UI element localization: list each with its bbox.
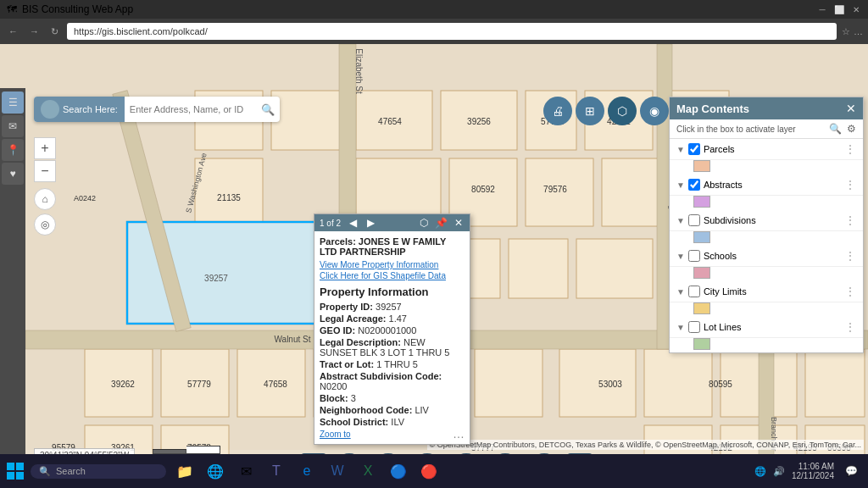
layer-swatch-0 <box>670 160 863 172</box>
layer-name: Parcels <box>704 144 841 154</box>
taskbar-app-browser[interactable]: 🌐 <box>202 458 229 485</box>
taskbar-app-teams[interactable]: T <box>263 458 290 485</box>
layer-checkbox[interactable] <box>688 250 700 262</box>
svg-rect-26 <box>559 349 636 417</box>
taskbar-app-mail[interactable]: ✉ <box>232 458 259 485</box>
close-button[interactable]: ✕ <box>851 4 861 14</box>
user-avatar <box>41 100 59 119</box>
time-display: 11:06 AM 12/11/2024 <box>792 462 834 480</box>
taskbar-app-word[interactable]: W <box>324 458 351 485</box>
layer-activate-hint: Click in the box to activate layer <box>676 125 796 134</box>
print-tool-button[interactable]: 🖨 <box>543 97 572 125</box>
search-label: Search Here: <box>34 97 125 122</box>
popup-prev-button[interactable]: ◀ <box>348 217 359 229</box>
sidebar-envelope-icon[interactable]: ✉ <box>2 115 24 137</box>
sidebar-heart-icon[interactable]: ♥ <box>2 163 24 185</box>
popup-expand-button[interactable]: ⬡ <box>418 217 430 229</box>
popup-close-button[interactable]: ✕ <box>453 217 465 229</box>
popup-body: Parcels: JONES E W FAMILY LTD PARTNERSHI… <box>314 231 470 444</box>
layer-expand-icon[interactable]: ▼ <box>676 287 685 297</box>
layer-expand-icon[interactable]: ▼ <box>676 180 685 190</box>
search-input[interactable] <box>125 104 256 114</box>
layer-swatch-color <box>693 302 710 314</box>
property-field: Tract or Lot: 1 THRU 5 <box>320 359 465 369</box>
layer-expand-icon[interactable]: ▼ <box>676 252 685 261</box>
svg-rect-17 <box>509 239 568 298</box>
layer-checkbox[interactable] <box>688 179 700 191</box>
layer-options-button[interactable]: ⋮ <box>844 142 856 156</box>
layer-row-3: ▼ Schools ⋮ <box>670 246 863 267</box>
map-attribution: © OpenStreetMap Contributors, DETCOG, Te… <box>427 440 864 450</box>
layer-expand-icon[interactable]: ▼ <box>676 216 685 225</box>
svg-text:Walnut St: Walnut St <box>275 335 311 344</box>
volume-icon[interactable]: 🔊 <box>773 466 785 477</box>
svg-text:21135: 21135 <box>217 193 241 202</box>
location-button[interactable]: ◎ <box>34 214 56 236</box>
map-search-bar[interactable]: Search Here: 🔍 <box>34 97 280 122</box>
map-contents-close-button[interactable]: ✕ <box>846 102 856 115</box>
extensions-icon[interactable]: … <box>854 26 863 37</box>
taskbar-app-unknown1[interactable]: 🔵 <box>385 458 412 485</box>
layer-swatch-color <box>693 231 710 243</box>
notification-button[interactable]: 💬 <box>841 461 861 481</box>
layer-options-button[interactable]: ⋮ <box>844 320 856 334</box>
layer-options-button[interactable]: ⋮ <box>844 249 856 263</box>
forward-button[interactable]: → <box>26 25 42 38</box>
zoom-in-button[interactable]: + <box>34 137 56 159</box>
svg-text:A0242: A0242 <box>74 194 96 202</box>
layer-expand-icon[interactable]: ▼ <box>676 145 685 154</box>
taskbar-app-edge[interactable]: e <box>293 458 320 485</box>
taskbar-search[interactable]: 🔍 Search <box>31 464 166 479</box>
minimize-button[interactable]: ─ <box>817 4 827 14</box>
home-button[interactable]: ⌂ <box>34 188 56 210</box>
taskbar-app-files[interactable]: 📁 <box>171 458 198 485</box>
layer-swatch-3 <box>670 267 863 279</box>
map-container[interactable]: ☰ ✉ 📍 ♥ ← + <box>0 44 868 488</box>
layer-checkbox[interactable] <box>688 321 700 333</box>
map-nav-buttons: ⌂ ◎ <box>34 188 56 236</box>
layer-item-lot-lines: ▼ Lot Lines ⋮ <box>670 317 863 350</box>
layer-checkbox[interactable] <box>688 214 700 226</box>
layer-item-schools: ▼ Schools ⋮ <box>670 246 863 279</box>
sidebar-pin-icon[interactable]: 📍 <box>2 139 24 161</box>
layer-checkbox[interactable] <box>688 143 700 155</box>
property-field: GEO ID: N0200001000 <box>320 325 465 336</box>
layer-expand-icon[interactable]: ▼ <box>676 323 685 332</box>
taskbar-app-unknown2[interactable]: 🔴 <box>415 458 442 485</box>
layers-tool-button[interactable]: ⬡ <box>608 97 637 125</box>
svg-text:80595: 80595 <box>709 380 732 389</box>
taskbar-app-excel[interactable]: X <box>354 458 381 485</box>
layer-name: Schools <box>704 251 841 261</box>
popup-pin-button[interactable]: 📌 <box>433 217 449 229</box>
layer-options-button[interactable]: ⋮ <box>844 178 856 191</box>
restore-button[interactable]: ⬜ <box>834 4 844 14</box>
layer-checkbox[interactable] <box>688 286 700 297</box>
grid-tool-button[interactable]: ⊞ <box>576 97 604 125</box>
layer-item-city-limits: ▼ City Limits ⋮ <box>670 281 863 314</box>
view-property-link[interactable]: View More Property Information <box>320 260 465 269</box>
layer-swatch-color <box>693 338 710 350</box>
popup-next-button[interactable]: ▶ <box>365 217 376 229</box>
network-icon[interactable]: 🌐 <box>754 466 766 477</box>
property-field: Legal Description: NEW SUNSET BLK 3 LOT … <box>320 337 465 358</box>
gis-shapefile-link[interactable]: Click Here for GIS Shapefile Data <box>320 271 465 280</box>
layer-options-button[interactable]: ⋮ <box>844 214 856 227</box>
search-label-text: Search Here: <box>63 104 118 114</box>
layer-search-icon[interactable]: 🔍 <box>829 123 842 135</box>
layer-filter-icon[interactable]: ⚙ <box>847 123 856 135</box>
layer-swatch-5 <box>670 338 863 350</box>
sidebar-toggle[interactable]: ☰ <box>2 92 24 114</box>
bookmark-icon[interactable]: ☆ <box>842 26 850 37</box>
windows-logo[interactable] <box>7 463 24 480</box>
layer-options-button[interactable]: ⋮ <box>844 285 856 298</box>
url-input[interactable] <box>67 23 837 40</box>
zoom-out-button[interactable]: − <box>34 160 56 182</box>
zoom-to-link[interactable]: Zoom to <box>320 430 351 439</box>
more-options-button[interactable]: … <box>453 427 465 441</box>
layer-row-4: ▼ City Limits ⋮ <box>670 281 863 302</box>
info-tool-button[interactable]: ◉ <box>640 97 669 125</box>
parcel-title: Parcels: JONES E W FAMILY LTD PARTNERSHI… <box>320 236 465 257</box>
back-button[interactable]: ← <box>5 25 21 38</box>
refresh-button[interactable]: ↻ <box>47 25 62 39</box>
search-submit-button[interactable]: 🔍 <box>256 103 280 116</box>
